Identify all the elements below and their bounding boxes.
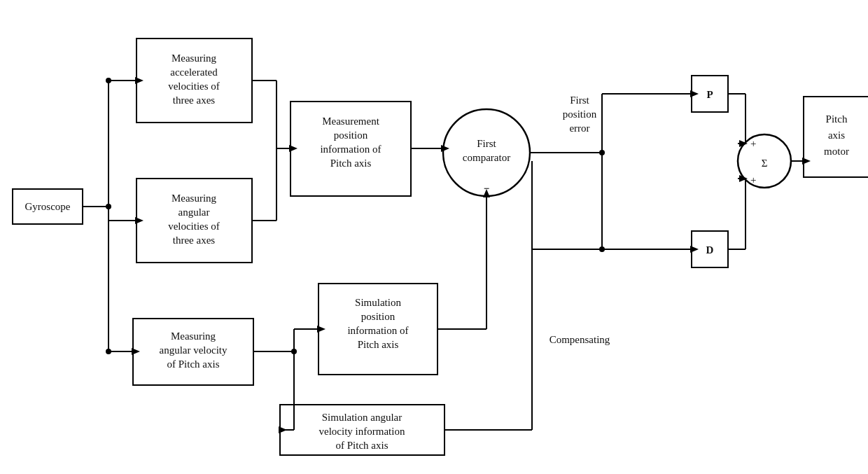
first-pos-error-2: position	[563, 109, 597, 120]
meas-pos-label-4: Pitch axis	[330, 158, 372, 169]
pitch-vel-label-1: Measuring	[171, 330, 216, 342]
junction-error	[599, 150, 605, 155]
sim-ang-label-1: Simulation angular	[322, 412, 402, 423]
pitch-motor-label-3: motor	[824, 146, 849, 157]
meas-pos-label-2: position	[334, 130, 368, 141]
sim-ang-label-2: velocity information	[319, 426, 405, 437]
meas-pos-label-1: Measurement	[322, 116, 379, 127]
junction-gyro	[106, 204, 111, 209]
junction-D	[599, 246, 605, 252]
first-pos-error-3: error	[569, 123, 589, 134]
sim-ang-label-3: of Pitch axis	[336, 440, 388, 451]
junction-spine-top	[106, 78, 111, 83]
compensating-label: Compensating	[550, 334, 610, 345]
gyroscope-label: Gyroscope	[25, 201, 71, 212]
ang-vel-label-3: velocities of	[168, 221, 220, 232]
accel-label-4: three axes	[173, 95, 216, 106]
sigma-label: Σ	[762, 158, 768, 169]
accel-label-3: velocities of	[168, 81, 220, 92]
sim-pos-label-4: Pitch axis	[358, 339, 399, 350]
first-pos-error-1: First	[570, 95, 589, 106]
junction-spine-bottom	[106, 349, 111, 354]
accel-label-1: Measuring	[172, 53, 217, 64]
meas-pos-label-3: information of	[320, 144, 381, 155]
sim-pos-label-1: Simulation	[355, 297, 401, 308]
pitch-motor-label-2: axis	[828, 130, 845, 141]
pitch-motor-label-1: Pitch	[826, 113, 848, 125]
comparator-label-1: First	[477, 138, 496, 149]
D-label: D	[706, 244, 714, 256]
pitch-vel-label-2: angular velocity	[159, 344, 227, 356]
comparator-label-2: comparator	[463, 152, 510, 163]
sim-pos-label-3: information of	[347, 325, 408, 336]
P-label: P	[706, 89, 713, 100]
junction-accel-join	[291, 349, 297, 354]
sim-pos-label-2: position	[361, 311, 396, 322]
ang-vel-label-1: Measuring	[172, 193, 217, 204]
accel-label-2: accelerated	[170, 67, 218, 78]
ang-vel-label-2: angular	[178, 207, 210, 218]
pitch-vel-label-3: of Pitch axis	[167, 358, 220, 370]
plus-top: +	[750, 138, 756, 149]
ang-vel-label-4: three axes	[173, 235, 216, 246]
plus-bottom: +	[750, 174, 756, 186]
